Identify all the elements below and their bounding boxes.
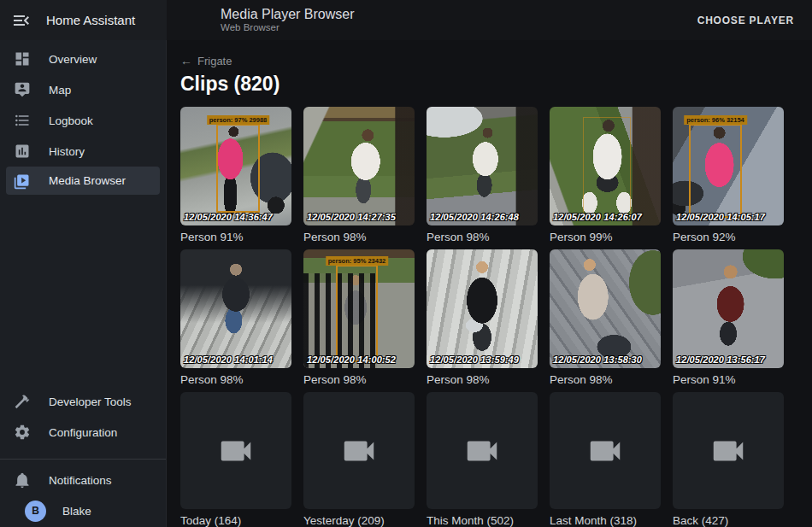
clip-cell: 12/05/2020 13:59:49 Person 98% [427, 249, 538, 387]
clip-thumbnail[interactable]: 12/05/2020 13:58:30 [550, 249, 661, 368]
page-title: Media Player Browser [221, 6, 355, 22]
clip-cell: 12/05/2020 13:58:30 Person 98% [550, 249, 661, 387]
folder-cell: Today (164) [180, 392, 291, 527]
breadcrumb-label: Frigate [197, 55, 232, 67]
clip-thumbnail[interactable]: 12/05/2020 14:01:14 [180, 249, 291, 368]
sidebar-item-map[interactable]: Map [0, 74, 166, 105]
folder-thumbnail-today[interactable] [180, 392, 291, 509]
user-name: Blake [62, 505, 91, 518]
clip-cell: 12/05/2020 14:27:35 Person 98% [303, 107, 415, 244]
clip-thumbnail[interactable]: 12/05/2020 14:27:35 [303, 107, 415, 225]
clip-timestamp: 12/05/2020 13:58:30 [553, 354, 642, 365]
tooltip-account-icon [14, 81, 31, 98]
clip-timestamp: 12/05/2020 14:05:17 [676, 212, 765, 222]
clip-timestamp: 12/05/2020 14:36:47 [184, 212, 273, 222]
video-icon [339, 431, 379, 471]
clip-caption: Person 98% [303, 373, 415, 387]
toolbar: Media Player Browser Web Browser CHOOSE … [167, 0, 812, 40]
folder-caption: Today (164) [180, 514, 291, 527]
sidebar-header: Home Assistant [0, 0, 167, 40]
choose-player-button[interactable]: CHOOSE PLAYER [692, 14, 799, 27]
play-box-multiple-icon [14, 173, 31, 190]
bell-icon [14, 471, 31, 489]
chart-box-icon [14, 143, 31, 160]
clip-thumbnail[interactable]: 12/05/2020 14:26:07 [550, 107, 661, 225]
breadcrumb-back-frigate[interactable]: ← Frigate [180, 54, 232, 67]
clips-grid: person: 97% 29988 12/05/2020 14:36:47 Pe… [180, 107, 812, 527]
clip-cell: person: 97% 29988 12/05/2020 14:36:47 Pe… [180, 107, 291, 244]
folder-cell: Yesterday (209) [303, 392, 415, 527]
clip-timestamp: 12/05/2020 14:26:07 [553, 212, 642, 222]
clip-timestamp: 12/05/2020 13:59:49 [430, 354, 519, 365]
detection-box [583, 117, 631, 220]
clip-caption: Person 92% [673, 231, 784, 244]
sidebar-toggle-icon[interactable] [11, 10, 32, 31]
clip-cell: 12/05/2020 13:56:17 Person 91% [673, 249, 784, 387]
clip-timestamp: 12/05/2020 14:01:14 [184, 354, 273, 365]
clip-caption: Person 98% [303, 231, 415, 244]
sidebar-item-label: Map [49, 84, 71, 97]
clip-timestamp: 12/05/2020 14:26:48 [430, 212, 519, 222]
video-icon [462, 431, 502, 471]
folder-thumbnail-this-month[interactable] [427, 392, 538, 509]
folder-thumbnail-yesterday[interactable] [303, 392, 415, 509]
clip-cell: 12/05/2020 14:01:14 Person 98% [180, 249, 291, 387]
view-dashboard-icon [14, 50, 31, 67]
clip-caption: Person 98% [427, 373, 538, 387]
gear-icon [14, 424, 31, 441]
clip-caption: Person 98% [427, 231, 538, 244]
detection-box: person: 95% 23432 [336, 265, 378, 362]
folder-cell: Back (427) [673, 392, 784, 527]
clip-thumbnail[interactable]: person: 97% 29988 12/05/2020 14:36:47 [180, 107, 291, 225]
folder-caption: Last Month (318) [550, 514, 661, 527]
sidebar-item-label: Logbook [49, 114, 93, 127]
clip-cell: person: 95% 23432 12/05/2020 14:00:52 Pe… [303, 249, 415, 387]
folder-cell: This Month (502) [427, 392, 538, 527]
back-arrow-icon: ← [180, 54, 192, 67]
clip-cell: 12/05/2020 14:26:07 Person 99% [550, 107, 661, 244]
sidebar-item-label: Configuration [49, 426, 117, 439]
list-bulleted-icon [14, 112, 31, 129]
sidebar: Overview Map Logbook History Media Brows… [0, 40, 167, 527]
video-icon [709, 431, 748, 471]
sidebar-item-label: Overview [49, 53, 97, 66]
clip-timestamp: 12/05/2020 13:56:17 [676, 354, 765, 365]
clip-thumbnail[interactable]: 12/05/2020 13:56:17 [673, 249, 784, 368]
hammer-icon [14, 393, 31, 410]
folder-thumbnail-last-month[interactable] [550, 392, 661, 509]
folder-caption: Back (427) [673, 514, 784, 527]
clip-thumbnail[interactable]: person: 95% 23432 12/05/2020 14:00:52 [303, 249, 415, 368]
clip-caption: Person 98% [180, 373, 291, 387]
sidebar-item-user[interactable]: B Blake [0, 495, 166, 526]
sidebar-divider [0, 459, 166, 460]
clip-caption: Person 99% [550, 231, 661, 244]
avatar: B [25, 501, 46, 522]
folder-caption: This Month (502) [427, 514, 538, 527]
clip-thumbnail[interactable]: 12/05/2020 13:59:49 [427, 249, 538, 368]
detection-label: person: 95% 23432 [326, 256, 389, 266]
sidebar-item-label: Developer Tools [49, 395, 132, 408]
app-header: Home Assistant Media Player Browser Web … [0, 0, 812, 40]
detection-label: person: 97% 29988 [207, 115, 270, 125]
sidebar-item-label: Notifications [49, 474, 112, 487]
sidebar-item-overview[interactable]: Overview [0, 44, 166, 74]
detection-box: person: 96% 32154 [689, 124, 742, 218]
sidebar-item-logbook[interactable]: Logbook [0, 105, 166, 136]
folder-thumbnail-back[interactable] [673, 392, 784, 509]
video-icon [585, 431, 625, 471]
clip-caption: Person 98% [550, 373, 661, 387]
page-heading: Clips (820) [180, 73, 812, 96]
detection-label: person: 96% 32154 [684, 115, 747, 125]
clip-caption: Person 91% [673, 373, 784, 387]
detection-box: person: 97% 29988 [216, 124, 260, 213]
sidebar-item-developer-tools[interactable]: Developer Tools [0, 386, 166, 417]
sidebar-item-history[interactable]: History [0, 136, 166, 167]
clip-cell: 12/05/2020 14:26:48 Person 98% [427, 107, 538, 244]
sidebar-item-notifications[interactable]: Notifications [0, 465, 166, 495]
sidebar-item-configuration[interactable]: Configuration [0, 417, 166, 448]
clip-thumbnail[interactable]: 12/05/2020 14:26:48 [427, 107, 538, 225]
sidebar-item-media-browser[interactable]: Media Browser [6, 167, 160, 195]
sidebar-nav: Overview Map Logbook History Media Brows… [0, 40, 166, 195]
page-subtitle: Web Browser [221, 22, 355, 34]
clip-thumbnail[interactable]: person: 96% 32154 12/05/2020 14:05:17 [673, 107, 784, 225]
